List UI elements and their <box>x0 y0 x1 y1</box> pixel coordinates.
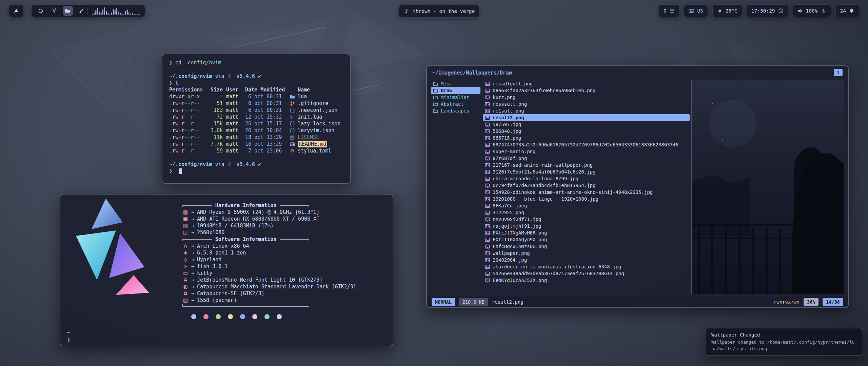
file-item[interactable]: 217167-sad-anime-rain-wallpaper.png <box>483 162 690 168</box>
vim-icon: V <box>51 8 57 14</box>
file-item[interactable]: 08a634fa02a32364f69ebc86a98eb1eb.png <box>483 87 690 94</box>
command-line: ❯ l <box>169 80 343 86</box>
notification-title: Wallpaper Changed <box>711 332 857 338</box>
markdown-icon <box>289 142 295 147</box>
browser-icon <box>38 8 43 14</box>
breadcrumb: ~/Imagenes/Wallpapers/Draw <box>432 69 512 76</box>
directory-item[interactable]: Draw <box>431 87 480 94</box>
file-item[interactable]: 19201080-__blue-tinge__-1920×1080.jpg <box>483 196 690 202</box>
dir-folder-icon <box>433 108 438 114</box>
file-item[interactable]: 20492984.jpg <box>483 257 690 263</box>
column-header: Name <box>289 86 343 93</box>
fetch-row: »→fish 3.6.1 <box>182 263 356 270</box>
file-item[interactable]: 866715.png <box>483 135 690 141</box>
shell-path: ~ <box>67 329 70 336</box>
git-icon <box>289 101 295 106</box>
file-manager-window[interactable]: ~/Imagenes/Wallpapers/Draw 1 MiscDrawMin… <box>426 65 849 308</box>
dir-folder-icon <box>433 95 438 100</box>
file-item[interactable]: rsjqojlmjhf91.jpg <box>483 223 690 229</box>
file-item[interactable]: 68747470733a2f2f696d616765732d7769786d70… <box>483 141 690 148</box>
command-line: ❯ cd .config/nvim <box>169 59 343 66</box>
dock-item[interactable] <box>76 6 86 16</box>
fetch-row: ▣→AMD ATI Radeon RX 6800/6800 XT / 6900 … <box>182 216 356 222</box>
listing-header: PermissionsSizeUserDate ModifiedName <box>169 86 343 93</box>
shell-prompt[interactable]: ❯ <box>67 336 70 343</box>
music-note-icon: ♪ <box>403 9 410 14</box>
image-icon <box>485 271 490 276</box>
terminal-window[interactable]: ❯ cd .config/nvim ~/.config/nvim via ☾ v… <box>162 54 351 184</box>
palette-dot <box>228 314 233 319</box>
file-item[interactable]: 154928-odinokoe_anime-art-anime-okno-sin… <box>483 189 690 196</box>
file-item[interactable]: FXfcHgcWIAMzs0G.png <box>483 243 690 250</box>
file-item[interactable]: 0c794faf07de24a4db4d4fb1eb813964.jpg <box>483 182 690 189</box>
file-item[interactable]: 587597.jpg <box>483 121 690 128</box>
input-line[interactable]: ❯ <box>169 168 343 175</box>
column-header: Date Modified <box>245 86 286 93</box>
fetch-window[interactable]: Hardware Information▦→AMD Ryzen 9 5900X … <box>60 194 393 346</box>
arch-icon: Λ <box>182 244 189 249</box>
music-widget[interactable]: ♪ thrown - on the verge <box>399 5 479 18</box>
dock-item[interactable]: V <box>49 6 59 16</box>
file-item[interactable]: wallpaper.png <box>483 250 690 257</box>
bell-icon <box>849 8 854 14</box>
file-item[interactable]: FXfcJlTXgAMvH6R.png <box>483 229 690 236</box>
notification-count: 24 <box>840 8 846 14</box>
file-item[interactable]: 87r687df.png <box>483 155 690 162</box>
directory-item[interactable]: Misc <box>431 80 480 87</box>
tab-badge[interactable]: 1 <box>834 69 843 76</box>
fetch-row: ✿→Catppuccin-SE [GTK2/3] <box>182 290 356 297</box>
notifications-module[interactable]: 24 <box>835 4 859 17</box>
file-item[interactable]: 8FKa7Cu.jpeg <box>483 202 690 209</box>
desktop: V ♪ thrown - on the verge 0 US 26°C 17:5… <box>0 0 868 366</box>
status-modules: 0 US 26°C 17:50:29 100% 24 <box>659 4 859 17</box>
file-item[interactable]: resssult.png <box>483 101 690 107</box>
fetch-row: Λ→Arch Linux x86_64 <box>182 243 356 249</box>
palette-dot <box>252 314 257 319</box>
file-item[interactable]: super-mario.png <box>483 148 690 155</box>
file-item[interactable]: chica-mirando-la-luna-8799.jpg <box>483 175 690 182</box>
file-item[interactable]: 596848.jpg <box>483 128 690 135</box>
file-item[interactable]: kurz.png <box>483 94 690 101</box>
section-header: Hardware Information <box>182 202 309 209</box>
file-item[interactable]: nnvuv0xj2df71.jpg <box>483 216 690 223</box>
dock-item[interactable] <box>63 6 73 16</box>
file-item[interactable]: re1sult.png <box>483 107 690 114</box>
scroll-progress-badge: 36% <box>804 298 818 306</box>
text-cursor <box>179 168 182 174</box>
fetch-row: A→JetBrainsMono Nerd Font Light 10 [GTK2… <box>182 277 356 283</box>
file-item[interactable]: 3126f7e9bbf21a8a4af0b67b041c6e26.jpg <box>483 168 690 175</box>
launcher-button[interactable] <box>9 4 24 17</box>
directory-item[interactable]: Minimalist <box>431 94 480 101</box>
updates-module[interactable]: 0 <box>659 4 680 17</box>
file-item[interactable]: 3122955.png <box>483 209 690 216</box>
json-icon: {} <box>289 128 295 133</box>
clock-module[interactable]: 17:50:29 <box>747 4 788 17</box>
temperature-module[interactable]: 26°C <box>712 4 742 17</box>
listing-row: .rw-r--r--51matt 6 oct 00:31.gitignore <box>169 100 343 107</box>
file-item[interactable]: ressdfgult.png <box>483 80 690 87</box>
system-graph-widget[interactable] <box>87 4 145 17</box>
keyboard-module[interactable]: US <box>684 4 708 17</box>
file-item[interactable]: result2.png <box>483 114 690 121</box>
fetch-row: ◈→6.5.8-zen1-1-zen <box>182 249 356 256</box>
palette-dot <box>216 314 221 319</box>
speaker-icon <box>797 8 803 14</box>
palette-dot <box>203 314 209 319</box>
lua-moon-icon: ☾ <box>228 74 234 79</box>
shell-icon: » <box>182 264 189 269</box>
image-icon <box>485 203 490 208</box>
lua-moon-icon: ☾ <box>289 115 295 120</box>
file-item[interactable]: EeNKYgIUcAAJ5JX.png <box>483 277 690 284</box>
directory-item[interactable]: Landscapes <box>431 107 480 114</box>
flame-icon <box>717 8 723 14</box>
list-position-badge: 14/38 <box>823 298 843 306</box>
display-icon: ◫ <box>182 230 189 235</box>
file-item[interactable]: FXfcII0X0AQyn9X.png <box>483 236 690 243</box>
file-item[interactable]: atardecer-en-la-montanas-ilustracion-634… <box>483 263 690 270</box>
dock-item[interactable] <box>36 6 46 16</box>
image-icon <box>485 224 490 229</box>
file-item[interactable]: 5a266e448add93deab367d87173e9f25-6837886… <box>483 270 690 277</box>
directory-item[interactable]: Abstract <box>431 101 480 107</box>
notification-toast[interactable]: Wallpaper Changed Wallpaper changed to /… <box>706 328 863 356</box>
volume-module[interactable]: 100% <box>793 4 831 17</box>
